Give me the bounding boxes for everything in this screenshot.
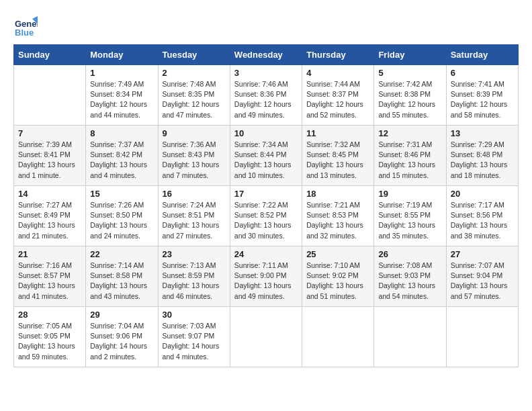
day-number: 11 — [306, 128, 369, 138]
day-number: 28 — [18, 310, 81, 320]
calendar-cell: 8Sunrise: 7:37 AMSunset: 8:42 PMDaylight… — [86, 126, 158, 186]
header-day-monday: Monday — [86, 45, 158, 65]
day-number: 9 — [163, 128, 226, 138]
calendar-cell: 14Sunrise: 7:27 AMSunset: 8:49 PMDayligh… — [14, 186, 86, 246]
calendar-table: SundayMondayTuesdayWednesdayThursdayFrid… — [13, 44, 519, 367]
calendar-cell: 9Sunrise: 7:36 AMSunset: 8:43 PMDaylight… — [158, 126, 230, 186]
calendar-cell: 19Sunrise: 7:19 AMSunset: 8:55 PMDayligh… — [374, 186, 446, 246]
day-number: 8 — [90, 128, 153, 138]
day-number: 29 — [90, 310, 153, 320]
week-row-2: 7Sunrise: 7:39 AMSunset: 8:41 PMDaylight… — [14, 126, 519, 186]
calendar-cell: 7Sunrise: 7:39 AMSunset: 8:41 PMDaylight… — [14, 126, 86, 186]
calendar-cell: 29Sunrise: 7:04 AMSunset: 9:06 PMDayligh… — [86, 307, 158, 367]
page-header: General Blue — [13, 13, 519, 38]
day-info: Sunrise: 7:19 AMSunset: 8:55 PMDaylight:… — [378, 200, 441, 241]
day-number: 16 — [163, 189, 226, 199]
calendar-cell: 25Sunrise: 7:10 AMSunset: 9:02 PMDayligh… — [302, 246, 374, 307]
week-row-3: 14Sunrise: 7:27 AMSunset: 8:49 PMDayligh… — [14, 186, 519, 246]
day-info: Sunrise: 7:41 AMSunset: 8:39 PMDaylight:… — [451, 79, 514, 120]
day-number: 26 — [378, 249, 441, 259]
calendar-cell — [230, 307, 302, 367]
day-number: 3 — [234, 68, 298, 78]
calendar-cell: 22Sunrise: 7:14 AMSunset: 8:58 PMDayligh… — [86, 246, 158, 307]
day-info: Sunrise: 7:05 AMSunset: 9:05 PMDaylight:… — [18, 321, 81, 362]
calendar-cell: 17Sunrise: 7:22 AMSunset: 8:52 PMDayligh… — [230, 186, 302, 246]
day-info: Sunrise: 7:07 AMSunset: 9:04 PMDaylight:… — [451, 261, 514, 302]
day-number: 23 — [163, 249, 226, 259]
day-number: 24 — [234, 249, 298, 259]
header-day-friday: Friday — [374, 45, 446, 65]
calendar-cell: 18Sunrise: 7:21 AMSunset: 8:53 PMDayligh… — [302, 186, 374, 246]
day-number: 6 — [451, 68, 514, 78]
week-row-4: 21Sunrise: 7:16 AMSunset: 8:57 PMDayligh… — [14, 246, 519, 307]
calendar-cell — [302, 307, 374, 367]
day-info: Sunrise: 7:29 AMSunset: 8:48 PMDaylight:… — [451, 140, 514, 181]
calendar-cell: 1Sunrise: 7:49 AMSunset: 8:34 PMDaylight… — [86, 65, 158, 126]
day-info: Sunrise: 7:08 AMSunset: 9:03 PMDaylight:… — [378, 261, 441, 302]
header-day-tuesday: Tuesday — [158, 45, 230, 65]
calendar-cell: 21Sunrise: 7:16 AMSunset: 8:57 PMDayligh… — [14, 246, 86, 307]
calendar-cell — [14, 65, 86, 126]
day-info: Sunrise: 7:17 AMSunset: 8:56 PMDaylight:… — [451, 200, 514, 241]
day-info: Sunrise: 7:49 AMSunset: 8:34 PMDaylight:… — [90, 79, 153, 120]
day-number: 25 — [306, 249, 369, 259]
calendar-cell: 26Sunrise: 7:08 AMSunset: 9:03 PMDayligh… — [374, 246, 446, 307]
calendar-cell: 24Sunrise: 7:11 AMSunset: 9:00 PMDayligh… — [230, 246, 302, 307]
day-info: Sunrise: 7:22 AMSunset: 8:52 PMDaylight:… — [234, 200, 298, 241]
calendar-cell: 20Sunrise: 7:17 AMSunset: 8:56 PMDayligh… — [446, 186, 518, 246]
day-info: Sunrise: 7:31 AMSunset: 8:46 PMDaylight:… — [378, 140, 441, 181]
day-info: Sunrise: 7:48 AMSunset: 8:35 PMDaylight:… — [163, 79, 226, 120]
calendar-cell: 3Sunrise: 7:46 AMSunset: 8:36 PMDaylight… — [230, 65, 302, 126]
day-info: Sunrise: 7:39 AMSunset: 8:41 PMDaylight:… — [18, 140, 81, 181]
logo-icon: General Blue — [13, 13, 38, 38]
calendar-cell: 6Sunrise: 7:41 AMSunset: 8:39 PMDaylight… — [446, 65, 518, 126]
calendar-cell: 10Sunrise: 7:34 AMSunset: 8:44 PMDayligh… — [230, 126, 302, 186]
day-number: 17 — [234, 189, 298, 199]
logo: General Blue — [13, 13, 40, 38]
header-day-sunday: Sunday — [14, 45, 86, 65]
day-number: 15 — [90, 189, 153, 199]
week-row-1: 1Sunrise: 7:49 AMSunset: 8:34 PMDaylight… — [14, 65, 519, 126]
svg-text:Blue: Blue — [15, 28, 34, 38]
day-number: 22 — [90, 249, 153, 259]
day-info: Sunrise: 7:10 AMSunset: 9:02 PMDaylight:… — [306, 261, 369, 302]
calendar-cell: 11Sunrise: 7:32 AMSunset: 8:45 PMDayligh… — [302, 126, 374, 186]
calendar-cell: 4Sunrise: 7:44 AMSunset: 8:37 PMDaylight… — [302, 65, 374, 126]
calendar-cell: 28Sunrise: 7:05 AMSunset: 9:05 PMDayligh… — [14, 307, 86, 367]
day-number: 19 — [378, 189, 441, 199]
day-number: 1 — [90, 68, 153, 78]
week-row-5: 28Sunrise: 7:05 AMSunset: 9:05 PMDayligh… — [14, 307, 519, 367]
day-info: Sunrise: 7:32 AMSunset: 8:45 PMDaylight:… — [306, 140, 369, 181]
calendar-cell: 12Sunrise: 7:31 AMSunset: 8:46 PMDayligh… — [374, 126, 446, 186]
calendar-cell: 5Sunrise: 7:42 AMSunset: 8:38 PMDaylight… — [374, 65, 446, 126]
day-info: Sunrise: 7:24 AMSunset: 8:51 PMDaylight:… — [163, 200, 226, 241]
day-info: Sunrise: 7:14 AMSunset: 8:58 PMDaylight:… — [90, 261, 153, 302]
day-number: 10 — [234, 128, 298, 138]
day-info: Sunrise: 7:42 AMSunset: 8:38 PMDaylight:… — [378, 79, 441, 120]
day-info: Sunrise: 7:46 AMSunset: 8:36 PMDaylight:… — [234, 79, 298, 120]
calendar-cell: 27Sunrise: 7:07 AMSunset: 9:04 PMDayligh… — [446, 246, 518, 307]
day-info: Sunrise: 7:04 AMSunset: 9:06 PMDaylight:… — [90, 321, 153, 362]
day-info: Sunrise: 7:11 AMSunset: 9:00 PMDaylight:… — [234, 261, 298, 302]
day-number: 5 — [378, 68, 441, 78]
calendar-cell: 30Sunrise: 7:03 AMSunset: 9:07 PMDayligh… — [158, 307, 230, 367]
day-info: Sunrise: 7:13 AMSunset: 8:59 PMDaylight:… — [163, 261, 226, 302]
header-day-thursday: Thursday — [302, 45, 374, 65]
header-day-saturday: Saturday — [446, 45, 518, 65]
day-info: Sunrise: 7:37 AMSunset: 8:42 PMDaylight:… — [90, 140, 153, 181]
day-number: 7 — [18, 128, 81, 138]
calendar-cell: 16Sunrise: 7:24 AMSunset: 8:51 PMDayligh… — [158, 186, 230, 246]
day-number: 14 — [18, 189, 81, 199]
day-info: Sunrise: 7:27 AMSunset: 8:49 PMDaylight:… — [18, 200, 81, 241]
day-info: Sunrise: 7:03 AMSunset: 9:07 PMDaylight:… — [163, 321, 226, 362]
day-number: 13 — [451, 128, 514, 138]
day-number: 18 — [306, 189, 369, 199]
day-info: Sunrise: 7:36 AMSunset: 8:43 PMDaylight:… — [163, 140, 226, 181]
day-number: 20 — [451, 189, 514, 199]
header-row: SundayMondayTuesdayWednesdayThursdayFrid… — [14, 45, 519, 65]
day-info: Sunrise: 7:26 AMSunset: 8:50 PMDaylight:… — [90, 200, 153, 241]
day-number: 27 — [451, 249, 514, 259]
day-number: 2 — [163, 68, 226, 78]
calendar-cell: 23Sunrise: 7:13 AMSunset: 8:59 PMDayligh… — [158, 246, 230, 307]
day-info: Sunrise: 7:21 AMSunset: 8:53 PMDaylight:… — [306, 200, 369, 241]
